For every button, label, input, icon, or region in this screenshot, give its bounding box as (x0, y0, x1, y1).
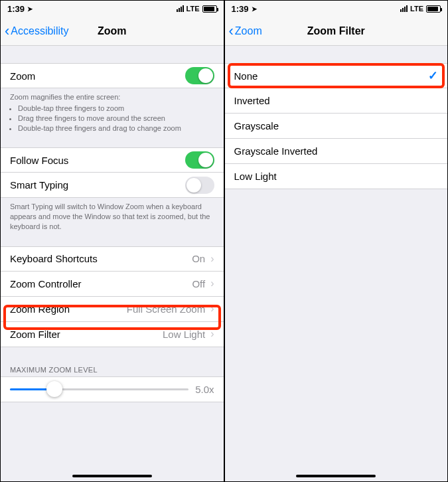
back-label: Zoom (235, 25, 262, 37)
footer-item: Drag three fingers to move around the sc… (18, 114, 214, 123)
zoom-controller-row[interactable]: Zoom Controller Off › (1, 272, 224, 297)
back-label: Accessibility (11, 25, 68, 37)
slider-value: 5.0x (195, 384, 214, 395)
row-label: Zoom Region (10, 303, 70, 315)
home-indicator[interactable] (296, 475, 376, 477)
filter-option-inverted[interactable]: Inverted (225, 88, 448, 114)
smart-typing-row[interactable]: Smart Typing (1, 173, 224, 198)
status-time: 1:39 (7, 4, 25, 14)
zoom-toggle-row[interactable]: Zoom (1, 63, 224, 88)
status-bar: 1:39 ➤ LTE (225, 1, 448, 17)
chevron-left-icon: ‹ (5, 24, 9, 39)
option-label: Grayscale (234, 120, 279, 131)
follow-focus-row[interactable]: Follow Focus (1, 147, 224, 173)
row-label: Zoom (10, 70, 35, 82)
option-label: Low Light (234, 171, 277, 182)
footer-list: Double-tap three fingers to zoom Drag th… (10, 104, 214, 133)
option-label: Grayscale Inverted (234, 145, 318, 157)
settings-content: Zoom Zoom magnifies the entire screen: D… (1, 46, 224, 481)
row-label: Zoom Controller (10, 278, 82, 289)
smart-typing-switch[interactable] (185, 177, 214, 194)
option-label: None (234, 70, 258, 82)
footer-title: Zoom magnifies the entire screen: (10, 92, 214, 102)
back-button[interactable]: ‹ Accessibility (5, 24, 68, 39)
filter-option-none[interactable]: None ✓ (225, 63, 448, 88)
slider-thumb[interactable] (46, 381, 62, 397)
chevron-left-icon: ‹ (229, 24, 234, 39)
signal-icon (177, 5, 184, 12)
follow-focus-switch[interactable] (185, 151, 214, 169)
network-label: LTE (187, 5, 200, 13)
signal-icon (400, 5, 408, 12)
filter-option-grayscale-inverted[interactable]: Grayscale Inverted (225, 139, 448, 164)
filter-option-grayscale[interactable]: Grayscale (225, 114, 448, 139)
status-time: 1:39 (232, 4, 249, 14)
option-label: Inverted (234, 95, 270, 106)
max-zoom-header: MAXIMUM ZOOM LEVEL (1, 362, 224, 376)
zoom-switch[interactable] (185, 67, 214, 84)
slider-track[interactable] (10, 388, 188, 390)
phone-left: 1:39 ➤ LTE ‹ Accessibility Zoom Zoom (1, 1, 225, 481)
chevron-right-icon: › (210, 253, 214, 265)
location-icon: ➤ (27, 5, 33, 13)
home-indicator[interactable] (72, 475, 152, 477)
row-value: Off (192, 278, 205, 289)
phone-right: 1:39 ➤ LTE ‹ Zoom Zoom Filter None ✓ (225, 1, 448, 481)
row-label: Follow Focus (10, 155, 68, 166)
nav-bar: ‹ Accessibility Zoom (1, 17, 224, 46)
smart-typing-footer: Smart Typing will switch to Window Zoom … (1, 198, 224, 232)
row-value: Full Screen Zoom (127, 303, 205, 315)
back-button[interactable]: ‹ Zoom (229, 24, 262, 39)
row-value: On (192, 253, 205, 264)
zoom-region-row[interactable]: Zoom Region Full Screen Zoom › (1, 297, 224, 322)
zoom-footer: Zoom magnifies the entire screen: Double… (1, 88, 224, 133)
location-icon: ➤ (252, 5, 257, 13)
row-label: Smart Typing (10, 179, 68, 191)
two-phone-frame: 1:39 ➤ LTE ‹ Accessibility Zoom Zoom (0, 0, 448, 482)
network-label: LTE (410, 5, 423, 13)
checkmark-icon: ✓ (428, 68, 438, 83)
filter-options: None ✓ Inverted Grayscale Grayscale Inve… (225, 46, 448, 481)
keyboard-shortcuts-row[interactable]: Keyboard Shortcuts On › (1, 246, 224, 272)
max-zoom-slider-row[interactable]: 5.0x (1, 376, 224, 402)
filter-option-low-light[interactable]: Low Light (225, 164, 448, 189)
nav-bar: ‹ Zoom Zoom Filter (225, 17, 448, 46)
footer-item: Double-tap three fingers and drag to cha… (18, 123, 214, 133)
status-bar: 1:39 ➤ LTE (1, 1, 224, 17)
row-value: Low Light (163, 329, 205, 340)
footer-item: Double-tap three fingers to zoom (18, 104, 214, 114)
chevron-right-icon: › (210, 278, 214, 289)
chevron-right-icon: › (210, 328, 214, 340)
battery-icon (426, 5, 441, 13)
zoom-filter-row[interactable]: Zoom Filter Low Light › (1, 322, 224, 347)
row-label: Zoom Filter (10, 329, 60, 340)
battery-icon (202, 5, 217, 13)
chevron-right-icon: › (210, 303, 214, 315)
row-label: Keyboard Shortcuts (10, 253, 98, 264)
